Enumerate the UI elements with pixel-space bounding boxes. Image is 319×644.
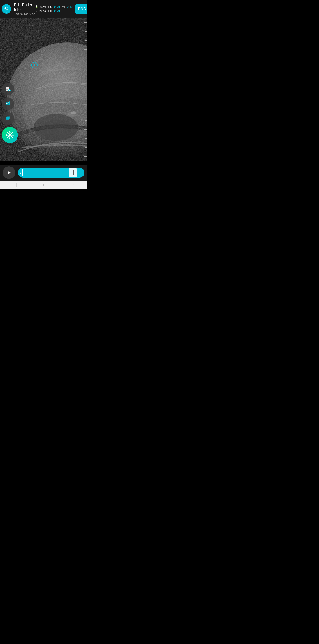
ruler-tick [84, 129, 87, 130]
ruler-tick [84, 49, 87, 50]
svg-point-10 [40, 114, 41, 114]
thumb-line-left [72, 170, 72, 175]
battery-icon: 🔋 [35, 5, 38, 8]
image-button[interactable] [2, 98, 14, 110]
temp-icon: 🌡 [35, 9, 37, 12]
timeline-thumb[interactable] [69, 168, 77, 177]
ruler-tick [85, 138, 87, 139]
ruler-tick [85, 147, 87, 148]
ruler-tick [84, 156, 87, 156]
svg-point-8 [56, 107, 56, 108]
tib-value: 0.09 [54, 9, 60, 12]
ruler-tick [85, 67, 87, 67]
timeline-arrow-right[interactable]: › [81, 170, 83, 175]
end-button[interactable]: END [75, 4, 87, 14]
svg-point-23 [71, 111, 76, 114]
scan-area: A [0, 18, 87, 161]
temp-value: 28°C [39, 9, 46, 12]
patient-title: Edit Patient Info. [14, 3, 35, 12]
patient-id: 1599031357362 [14, 12, 35, 16]
svg-point-25 [40, 120, 76, 140]
thumb-line-right [73, 170, 74, 175]
svg-text:A: A [33, 63, 35, 67]
svg-point-12 [60, 98, 60, 98]
ruler-tick [84, 76, 87, 76]
timeline-track[interactable] [22, 168, 80, 178]
annotation-marker[interactable]: A [31, 62, 38, 69]
tib-label: TIB [47, 9, 52, 12]
system-nav-bar: ||| □ ‹ [0, 181, 87, 189]
timeline-arrow-left[interactable]: ‹ [20, 170, 21, 175]
notification-count: 64 [4, 7, 8, 11]
tis-value: 0.09 [54, 5, 60, 8]
hamburger-icon: ≡ [5, 12, 7, 14]
svg-rect-37 [9, 101, 10, 104]
ruler-tick [85, 31, 87, 32]
ruler-tick [84, 22, 87, 23]
home-icon[interactable]: □ [43, 182, 46, 188]
svg-point-11 [75, 109, 76, 110]
ruler-tick [85, 40, 87, 41]
back-icon[interactable]: ‹ [72, 182, 74, 188]
tis-label: TIS [47, 5, 52, 8]
layers-button[interactable] [2, 112, 14, 125]
notes-button[interactable] [2, 83, 14, 95]
freeze-button[interactable] [2, 127, 18, 143]
ruler-tick [85, 94, 87, 94]
ruler-tick [85, 58, 87, 58]
playback-bar: ‹ › [0, 164, 87, 181]
status-panel: 🔋 89% TIS 0.09 MI 0.47 🌡 28°C TIB 0.09 [35, 5, 73, 13]
mi-value: 0.47 [67, 5, 73, 8]
svg-marker-53 [8, 171, 11, 174]
header-bar: 64 ≡ Edit Patient Info. 1599031357362 🔋 … [0, 0, 87, 18]
ruler-tick [85, 112, 87, 112]
ruler-tick [84, 103, 87, 103]
left-controls [2, 83, 18, 143]
mi-label: MI [62, 5, 65, 8]
play-button[interactable] [3, 166, 15, 179]
svg-point-14 [80, 125, 81, 126]
svg-rect-40 [7, 116, 10, 118]
svg-point-21 [78, 105, 79, 106]
timeline-start-marker [22, 169, 23, 176]
ruler-tick [85, 120, 87, 121]
notification-badge[interactable]: 64 ≡ [2, 4, 11, 14]
recent-apps-icon[interactable]: ||| [13, 182, 17, 188]
svg-point-9 [71, 96, 72, 96]
depth-ruler [83, 18, 87, 161]
timeline-container[interactable]: ‹ › [18, 168, 84, 178]
battery-percent: 89% [40, 5, 46, 8]
patient-info[interactable]: Edit Patient Info. 1599031357362 [14, 3, 35, 16]
ruler-tick [85, 85, 87, 85]
